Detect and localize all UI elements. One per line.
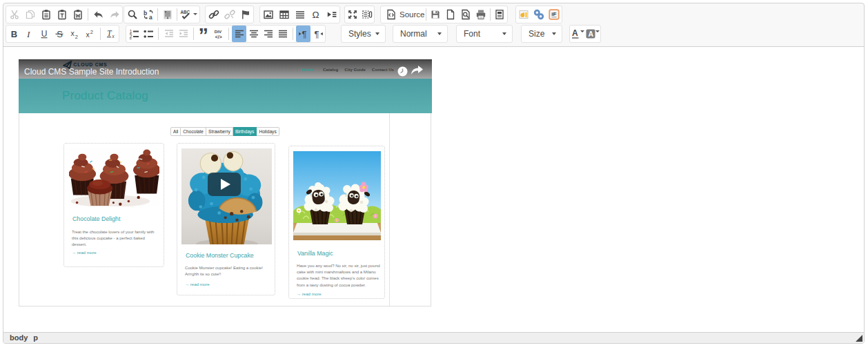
svg-text:A: A	[588, 30, 593, 38]
svg-text:”: ”	[199, 28, 208, 39]
svg-text:2: 2	[75, 34, 78, 39]
svg-text:A: A	[572, 28, 578, 38]
svg-text:B: B	[11, 29, 17, 39]
svg-text:I: I	[26, 29, 31, 39]
svg-text:a: a	[149, 14, 152, 21]
svg-text:Ω: Ω	[312, 10, 319, 20]
svg-text:</>: </>	[215, 35, 221, 39]
svg-text:1: 1	[129, 29, 132, 34]
svg-text:2: 2	[90, 29, 93, 35]
svg-text:¶: ¶	[302, 29, 306, 39]
svg-text:U: U	[41, 29, 48, 39]
svg-text:iF: iF	[551, 11, 556, 17]
svg-text:x: x	[111, 33, 115, 39]
svg-text:¶: ¶	[314, 29, 319, 39]
svg-text:DIV: DIV	[214, 29, 221, 34]
svg-text:2: 2	[129, 34, 132, 39]
svg-text:CLOUD CMS: CLOUD CMS	[73, 62, 107, 67]
svg-text:x: x	[86, 30, 90, 39]
svg-text:b: b	[144, 10, 147, 17]
svg-text:x: x	[71, 29, 75, 37]
